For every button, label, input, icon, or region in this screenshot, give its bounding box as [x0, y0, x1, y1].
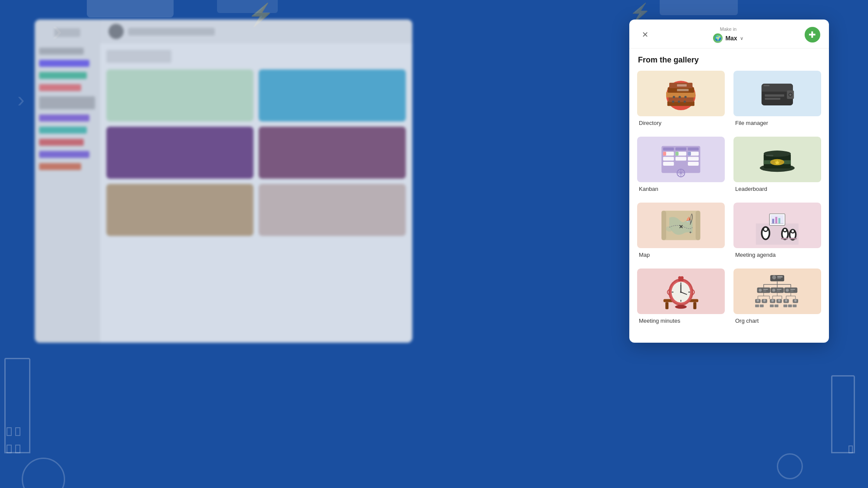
svg-point-8: [684, 101, 686, 103]
svg-point-138: [778, 299, 780, 301]
svg-rect-35: [663, 152, 666, 156]
svg-point-137: [772, 299, 774, 301]
svg-rect-98: [777, 276, 783, 278]
svg-point-19: [789, 94, 792, 96]
svg-rect-112: [777, 291, 780, 291]
gallery-item-meeting-minutes[interactable]: Meeting minutes: [636, 268, 726, 327]
gallery-item-meeting-agenda[interactable]: Meeting agenda: [733, 202, 822, 261]
svg-rect-80: [665, 302, 668, 309]
svg-text:⛵: ⛵: [686, 216, 692, 222]
gallery-title: From the gallery: [629, 49, 829, 70]
svg-point-140: [794, 299, 796, 301]
svg-point-10: [679, 96, 681, 98]
org-chart-label: Org chart: [733, 314, 821, 326]
svg-point-49: [779, 160, 784, 164]
svg-rect-92: [678, 279, 684, 281]
kanban-image: [637, 137, 725, 182]
directory-label: Directory: [637, 116, 725, 128]
svg-rect-145: [783, 305, 787, 307]
svg-rect-107: [763, 289, 768, 290]
svg-rect-77: [781, 238, 788, 239]
svg-rect-146: [788, 305, 792, 307]
svg-rect-21: [765, 98, 780, 99]
svg-rect-116: [790, 291, 793, 291]
leaderboard-image: [733, 137, 821, 182]
gallery-panel-header: ✕ Make in 🌍 Max ∨ ✚: [629, 20, 829, 49]
meeting-agenda-label: Meeting agenda: [733, 248, 821, 260]
svg-rect-13: [677, 84, 687, 86]
svg-point-48: [770, 160, 775, 164]
kanban-label: Kanban: [637, 182, 725, 194]
svg-rect-51: [766, 155, 773, 157]
svg-rect-33: [688, 157, 699, 160]
gallery-item-directory[interactable]: Directory: [636, 70, 726, 129]
directory-image: [637, 71, 725, 116]
gallery-item-kanban[interactable]: Kanban: [636, 136, 726, 195]
svg-point-6: [672, 101, 674, 103]
svg-rect-61: [772, 219, 774, 223]
svg-rect-87: [681, 300, 681, 301]
svg-rect-62: [776, 217, 777, 223]
svg-rect-29: [663, 162, 674, 166]
svg-rect-26: [688, 147, 699, 151]
workspace-name: Max: [725, 35, 737, 42]
svg-point-139: [785, 299, 787, 301]
svg-rect-88: [672, 291, 674, 292]
svg-rect-141: [755, 305, 759, 307]
svg-text:✕: ✕: [679, 224, 684, 230]
svg-point-114: [786, 288, 789, 291]
gallery-item-leaderboard[interactable]: Leaderboard: [733, 136, 822, 195]
svg-rect-99: [777, 278, 781, 278]
plus-icon: ✚: [809, 29, 816, 40]
file-manager-image: [733, 71, 821, 116]
svg-point-9: [673, 96, 675, 98]
svg-point-11: [684, 96, 687, 98]
svg-rect-144: [775, 305, 779, 307]
map-image: ✕ ⛵ ✦: [637, 203, 725, 248]
svg-rect-34: [688, 162, 699, 166]
svg-point-94: [681, 276, 684, 279]
svg-text:✦: ✦: [689, 230, 692, 235]
meeting-minutes-label: Meeting minutes: [637, 314, 725, 326]
svg-rect-78: [790, 238, 797, 239]
gallery-panel: ✕ Make in 🌍 Max ∨ ✚ From the gallery: [629, 20, 829, 343]
meeting-agenda-image: [733, 203, 821, 248]
leaderboard-label: Leaderboard: [733, 182, 821, 194]
svg-point-135: [757, 299, 759, 301]
svg-rect-24: [663, 147, 674, 151]
svg-rect-54: [696, 211, 700, 240]
gallery-item-org-chart[interactable]: Org chart: [733, 268, 822, 327]
svg-rect-81: [694, 302, 697, 309]
gallery-item-file-manager[interactable]: File manager: [733, 70, 822, 129]
svg-rect-147: [793, 305, 797, 307]
background-app-window: [35, 20, 412, 343]
close-icon: ✕: [642, 30, 648, 39]
gallery-item-map[interactable]: ✕ ⛵ ✦ Map: [636, 202, 726, 261]
map-label: Map: [637, 248, 725, 260]
svg-point-76: [792, 230, 794, 232]
svg-point-68: [764, 228, 767, 231]
svg-rect-31: [676, 157, 687, 160]
make-in-label: Make in: [720, 26, 737, 32]
svg-rect-108: [763, 291, 766, 291]
svg-rect-63: [779, 218, 780, 223]
svg-rect-89: [688, 291, 690, 292]
svg-rect-53: [661, 211, 666, 240]
svg-point-7: [678, 101, 680, 103]
svg-point-95: [675, 305, 687, 309]
meeting-minutes-image: [637, 269, 725, 314]
add-button[interactable]: ✚: [805, 27, 820, 43]
workspace-selector[interactable]: 🌍 Max ∨: [713, 33, 743, 43]
svg-point-72: [784, 229, 786, 231]
workspace-avatar: 🌍: [713, 33, 723, 43]
make-in-section: Make in 🌍 Max ∨: [713, 26, 743, 43]
close-button[interactable]: ✕: [638, 28, 652, 42]
svg-point-97: [772, 275, 776, 279]
svg-rect-142: [760, 305, 764, 307]
gallery-grid: Directory: [629, 70, 829, 343]
chevron-down-icon: ∨: [740, 36, 743, 41]
svg-rect-12: [677, 89, 689, 91]
svg-rect-37: [688, 152, 691, 156]
svg-rect-22: [764, 85, 769, 86]
svg-rect-20: [765, 94, 784, 96]
